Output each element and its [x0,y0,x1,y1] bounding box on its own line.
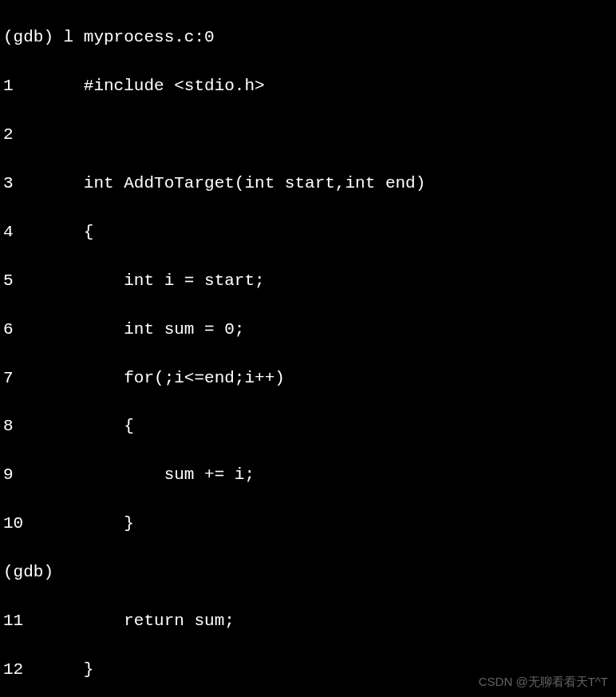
terminal-line: 1 #include <stdio.h> [3,74,613,98]
terminal-line: 9 sum += i; [3,463,613,487]
terminal-line: 2 [3,123,613,147]
terminal-line: 10 } [3,512,613,536]
terminal-line: (gdb) l myprocess.c:0 [3,26,613,50]
terminal-line: 6 int sum = 0; [3,318,613,342]
terminal-line: 5 int i = start; [3,269,613,293]
terminal-line: 4 { [3,220,613,244]
terminal-line: (gdb) [3,560,613,584]
terminal-line: 3 int AddToTarget(int start,int end) [3,172,613,196]
watermark: CSDN @无聊看看天T^T [479,673,608,691]
terminal-output: (gdb) l myprocess.c:0 1 #include <stdio.… [0,0,616,697]
terminal-line: 11 return sum; [3,609,613,633]
terminal-line: 8 { [3,414,613,438]
terminal-line: 7 for(;i<=end;i++) [3,366,613,390]
